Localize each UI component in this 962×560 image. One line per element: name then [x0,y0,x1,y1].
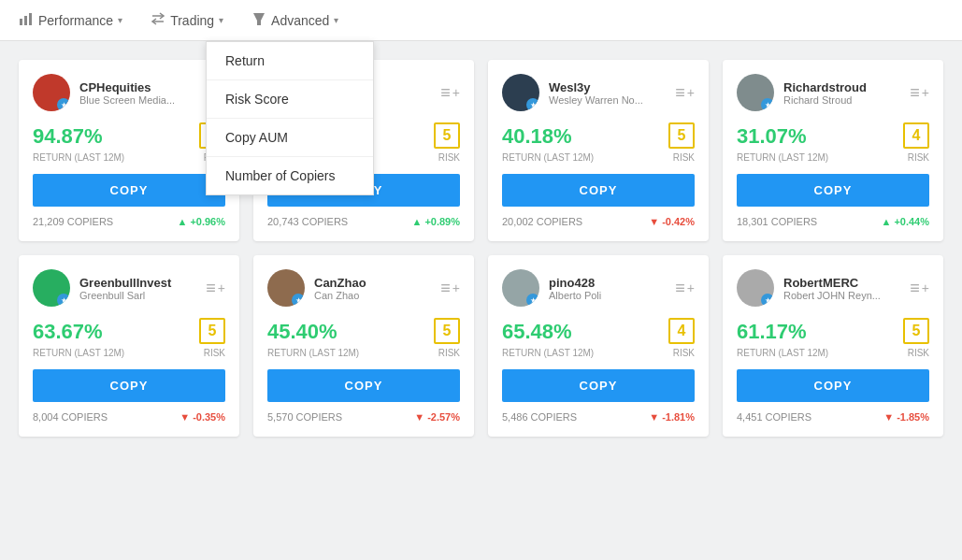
add-icon: + [452,280,460,295]
change-value: ▼ -1.81% [649,411,695,423]
card-footer: 5,570 COPIERS ▼ -2.57% [267,411,460,423]
menu-add-button[interactable]: ≡ + [910,279,929,298]
card-header: ★ RobertMERC Robert JOHN Reyn... ≡ + [737,269,929,307]
change-value: ▲ +0.44% [881,216,929,227]
stat-row: 94.87% 5 [33,122,225,149]
nav-advanced[interactable]: Advanced ▾ [251,2,338,39]
username: CPHequities [79,80,175,94]
card-header-left: ★ RobertMERC Robert JOHN Reyn... [737,269,881,307]
user-info: CPHequities Blue Screen Media... [79,80,175,106]
star-badge: ★ [292,294,305,307]
nav-trading-label: Trading [170,13,214,28]
avatar: ★ [737,269,774,307]
menu-add-button[interactable]: ≡ + [206,279,225,298]
dropdown-risk-score[interactable]: Risk Score [207,80,373,119]
trader-card: ★ pino428 Alberto Poli ≡ + 65.48% 4 RETU… [488,255,709,437]
trader-card: ★ CanZhao Can Zhao ≡ + 45.40% 5 RETURN (… [253,255,474,437]
copiers-count: 8,004 COPIERS [33,411,108,423]
user-info: Wesl3y Wesley Warren No... [549,80,643,106]
card-header: ★ CPHequities Blue Screen Media... ≡ + [33,74,225,111]
add-icon: + [452,85,460,100]
avatar: ★ [502,74,539,111]
stat-row: 40.18% 5 [502,122,695,149]
dropdown-copy-aum[interactable]: Copy AUM [207,119,373,157]
copy-button[interactable]: COPY [33,174,225,207]
star-badge: ★ [526,294,539,307]
advanced-icon [251,11,266,30]
card-header-left: ★ GreenbullInvest Greenbull Sarl [33,269,171,307]
menu-icon: ≡ [910,279,920,298]
return-label: RETURN (LAST 12M) [737,348,828,358]
card-header: ★ pino428 Alberto Poli ≡ + [502,269,695,307]
card-footer: 8,004 COPIERS ▼ -0.35% [33,411,225,423]
star-badge: ★ [526,98,539,111]
change-arrow: ▼ [414,411,424,423]
change-value: ▼ -2.57% [414,411,460,423]
card-header: ★ GreenbullInvest Greenbull Sarl ≡ + [33,269,225,307]
change-arrow: ▲ [177,216,187,227]
menu-icon: ≡ [206,279,216,298]
user-info: Richardstroud Richard Stroud [783,80,867,106]
change-value: ▼ -1.85% [883,411,929,423]
copy-button[interactable]: COPY [33,369,225,402]
dropdown-number-of-copiers[interactable]: Number of Copiers [207,157,373,194]
username: RobertMERC [783,276,881,290]
card-header-left: ★ Wesl3y Wesley Warren No... [502,74,643,111]
card-footer: 21,209 COPIERS ▲ +0.96% [33,216,225,227]
fullname: Greenbull Sarl [79,290,171,301]
copiers-count: 20,002 COPIERS [502,216,582,227]
risk-label: RISK [908,348,929,358]
menu-icon: ≡ [675,279,685,298]
trader-card: ★ Wesl3y Wesley Warren No... ≡ + 40.18% … [488,60,709,241]
dropdown-return[interactable]: Return [207,42,373,80]
menu-add-button[interactable]: ≡ + [675,279,695,298]
card-footer: 5,486 COPIERS ▼ -1.81% [502,411,695,423]
change-arrow: ▲ [881,216,891,227]
username: GreenbullInvest [79,276,171,290]
fullname: Wesley Warren No... [549,94,643,106]
user-info: pino428 Alberto Poli [549,276,601,301]
avatar: ★ [267,269,305,307]
trading-arrow: ▾ [219,15,223,25]
fullname: Alberto Poli [549,290,601,301]
change-value: ▲ +0.96% [177,216,225,227]
menu-add-button[interactable]: ≡ + [910,83,929,103]
username: pino428 [549,276,601,290]
svg-rect-6 [257,21,261,25]
user-info: GreenbullInvest Greenbull Sarl [79,276,171,301]
avatar: ★ [33,269,70,307]
copiers-count: 18,301 COPIERS [737,216,817,227]
return-label: RETURN (LAST 12M) [33,348,124,358]
copy-button[interactable]: COPY [502,174,695,207]
star-badge: ★ [761,294,774,307]
change-arrow: ▲ [411,216,422,227]
card-header-left: ★ pino428 Alberto Poli [502,269,601,307]
avatar: ★ [502,269,539,307]
copy-button[interactable]: COPY [737,369,929,402]
copy-button[interactable]: COPY [267,369,460,402]
nav-trading[interactable]: Trading ▾ [151,2,223,39]
risk-badge: 5 [668,122,695,149]
stat-labels: RETURN (LAST 12M) RISK [267,348,460,358]
menu-add-button[interactable]: ≡ + [675,83,695,103]
trader-card: ★ Richardstroud Richard Stroud ≡ + 31.07… [723,60,943,241]
return-value: 61.17% [737,320,807,344]
card-footer: 4,451 COPIERS ▼ -1.85% [737,411,929,423]
avatar: ★ [33,74,70,111]
card-header: ★ CanZhao Can Zhao ≡ + [267,269,460,307]
svg-rect-0 [20,19,22,25]
copy-button[interactable]: COPY [737,174,929,207]
performance-arrow: ▾ [118,15,122,25]
stat-row: 65.48% 4 [502,318,695,344]
menu-add-button[interactable]: ≡ + [440,83,460,103]
return-label: RETURN (LAST 12M) [502,152,594,163]
stat-labels: RETURN (LAST 12M) RISK [33,152,225,163]
nav-performance[interactable]: Performance ▾ [19,2,122,39]
copy-button[interactable]: COPY [502,369,695,402]
return-label: RETURN (LAST 12M) [267,348,359,358]
change-value: ▼ -0.35% [179,411,225,423]
stat-labels: RETURN (LAST 12M) RISK [502,152,695,163]
menu-add-button[interactable]: ≡ + [440,279,460,298]
advanced-arrow: ▾ [334,15,338,25]
star-badge: ★ [57,98,70,111]
